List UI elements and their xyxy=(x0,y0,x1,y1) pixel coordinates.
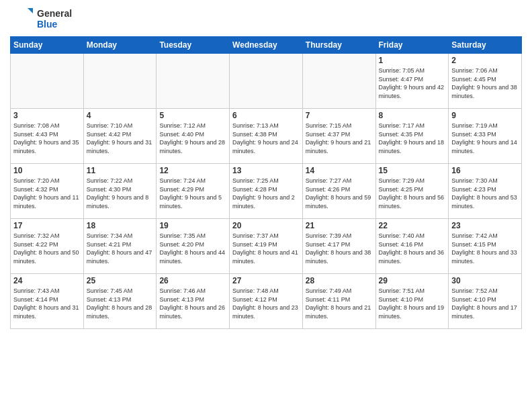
calendar-day-8: 8Sunrise: 7:17 AMSunset: 4:35 PMDaylight… xyxy=(375,109,449,164)
calendar-day-4: 4Sunrise: 7:10 AMSunset: 4:42 PMDaylight… xyxy=(83,109,157,164)
calendar-weekday-friday: Friday xyxy=(375,37,449,54)
day-number: 3 xyxy=(13,111,81,120)
calendar-empty-cell xyxy=(302,54,375,109)
day-number: 6 xyxy=(232,111,300,120)
calendar-day-19: 19Sunrise: 7:35 AMSunset: 4:20 PMDayligh… xyxy=(157,219,230,274)
day-info: Sunrise: 7:30 AMSunset: 4:23 PMDaylight:… xyxy=(451,177,519,210)
day-info: Sunrise: 7:35 AMSunset: 4:20 PMDaylight:… xyxy=(159,232,226,265)
day-number: 13 xyxy=(232,166,300,175)
day-info: Sunrise: 7:42 AMSunset: 4:15 PMDaylight:… xyxy=(451,232,519,265)
header: General Blue xyxy=(10,7,522,31)
calendar-weekday-sunday: Sunday xyxy=(11,37,84,54)
calendar-empty-cell xyxy=(11,54,84,109)
calendar-table: SundayMondayTuesdayWednesdayThursdayFrid… xyxy=(10,36,522,329)
day-number: 19 xyxy=(159,221,226,230)
calendar-empty-cell xyxy=(83,54,157,109)
calendar-day-15: 15Sunrise: 7:29 AMSunset: 4:25 PMDayligh… xyxy=(375,164,449,219)
logo: General Blue xyxy=(10,7,72,31)
day-info: Sunrise: 7:06 AMSunset: 4:45 PMDaylight:… xyxy=(451,66,519,100)
day-number: 27 xyxy=(232,276,300,285)
day-number: 26 xyxy=(159,276,226,285)
day-info: Sunrise: 7:40 AMSunset: 4:16 PMDaylight:… xyxy=(379,232,446,265)
calendar-day-22: 22Sunrise: 7:40 AMSunset: 4:16 PMDayligh… xyxy=(375,219,449,274)
day-info: Sunrise: 7:22 AMSunset: 4:30 PMDaylight:… xyxy=(87,177,154,210)
calendar-day-7: 7Sunrise: 7:15 AMSunset: 4:37 PMDaylight… xyxy=(302,109,375,164)
day-number: 11 xyxy=(87,166,154,175)
calendar-day-12: 12Sunrise: 7:24 AMSunset: 4:29 PMDayligh… xyxy=(157,164,230,219)
calendar-day-24: 24Sunrise: 7:43 AMSunset: 4:14 PMDayligh… xyxy=(11,274,84,329)
calendar-day-1: 1Sunrise: 7:05 AMSunset: 4:47 PMDaylight… xyxy=(375,54,449,109)
day-info: Sunrise: 7:10 AMSunset: 4:42 PMDaylight:… xyxy=(87,122,154,155)
calendar-weekday-monday: Monday xyxy=(83,37,157,54)
day-info: Sunrise: 7:29 AMSunset: 4:25 PMDaylight:… xyxy=(379,177,446,210)
svg-marker-0 xyxy=(28,8,33,13)
day-info: Sunrise: 7:27 AMSunset: 4:26 PMDaylight:… xyxy=(306,177,373,210)
day-info: Sunrise: 7:15 AMSunset: 4:37 PMDaylight:… xyxy=(306,122,373,155)
calendar-day-13: 13Sunrise: 7:25 AMSunset: 4:28 PMDayligh… xyxy=(230,164,303,219)
day-info: Sunrise: 7:43 AMSunset: 4:14 PMDaylight:… xyxy=(13,287,81,320)
day-number: 18 xyxy=(87,221,154,230)
calendar-week-3: 10Sunrise: 7:20 AMSunset: 4:32 PMDayligh… xyxy=(11,164,522,219)
day-info: Sunrise: 7:13 AMSunset: 4:38 PMDaylight:… xyxy=(232,122,300,155)
calendar-weekday-saturday: Saturday xyxy=(449,37,522,54)
calendar-empty-cell xyxy=(157,54,230,109)
calendar-day-27: 27Sunrise: 7:48 AMSunset: 4:12 PMDayligh… xyxy=(230,274,303,329)
logo-icon xyxy=(10,7,34,31)
calendar-day-17: 17Sunrise: 7:32 AMSunset: 4:22 PMDayligh… xyxy=(11,219,84,274)
day-number: 23 xyxy=(451,221,519,230)
day-number: 16 xyxy=(451,166,519,175)
logo-general: General xyxy=(37,8,72,19)
day-info: Sunrise: 7:45 AMSunset: 4:13 PMDaylight:… xyxy=(87,287,154,320)
day-number: 12 xyxy=(159,166,226,175)
day-info: Sunrise: 7:20 AMSunset: 4:32 PMDaylight:… xyxy=(13,177,81,210)
day-info: Sunrise: 7:52 AMSunset: 4:10 PMDaylight:… xyxy=(451,287,519,320)
day-info: Sunrise: 7:05 AMSunset: 4:47 PMDaylight:… xyxy=(379,66,446,100)
day-info: Sunrise: 7:19 AMSunset: 4:33 PMDaylight:… xyxy=(451,122,519,155)
calendar-day-6: 6Sunrise: 7:13 AMSunset: 4:38 PMDaylight… xyxy=(230,109,303,164)
day-number: 1 xyxy=(379,56,446,65)
logo-blue: Blue xyxy=(37,19,72,30)
calendar-day-25: 25Sunrise: 7:45 AMSunset: 4:13 PMDayligh… xyxy=(83,274,157,329)
calendar-day-29: 29Sunrise: 7:51 AMSunset: 4:10 PMDayligh… xyxy=(375,274,449,329)
day-info: Sunrise: 7:46 AMSunset: 4:13 PMDaylight:… xyxy=(159,287,226,320)
calendar-day-30: 30Sunrise: 7:52 AMSunset: 4:10 PMDayligh… xyxy=(449,274,522,329)
calendar-week-5: 24Sunrise: 7:43 AMSunset: 4:14 PMDayligh… xyxy=(11,274,522,329)
day-number: 10 xyxy=(13,166,81,175)
day-info: Sunrise: 7:48 AMSunset: 4:12 PMDaylight:… xyxy=(232,287,300,320)
calendar-day-3: 3Sunrise: 7:08 AMSunset: 4:43 PMDaylight… xyxy=(11,109,84,164)
calendar-day-9: 9Sunrise: 7:19 AMSunset: 4:33 PMDaylight… xyxy=(449,109,522,164)
calendar-day-2: 2Sunrise: 7:06 AMSunset: 4:45 PMDaylight… xyxy=(449,54,522,109)
day-number: 8 xyxy=(379,111,446,120)
day-number: 20 xyxy=(232,221,300,230)
calendar-day-21: 21Sunrise: 7:39 AMSunset: 4:17 PMDayligh… xyxy=(302,219,375,274)
day-number: 25 xyxy=(87,276,154,285)
calendar-day-16: 16Sunrise: 7:30 AMSunset: 4:23 PMDayligh… xyxy=(449,164,522,219)
calendar-week-2: 3Sunrise: 7:08 AMSunset: 4:43 PMDaylight… xyxy=(11,109,522,164)
day-info: Sunrise: 7:34 AMSunset: 4:21 PMDaylight:… xyxy=(87,232,154,265)
calendar-week-1: 1Sunrise: 7:05 AMSunset: 4:47 PMDaylight… xyxy=(11,54,522,109)
calendar-day-18: 18Sunrise: 7:34 AMSunset: 4:21 PMDayligh… xyxy=(83,219,157,274)
page: General Blue SundayMondayTuesdayWednesda… xyxy=(0,0,532,411)
day-number: 17 xyxy=(13,221,81,230)
day-number: 7 xyxy=(306,111,373,120)
day-number: 29 xyxy=(379,276,446,285)
calendar-day-20: 20Sunrise: 7:37 AMSunset: 4:19 PMDayligh… xyxy=(230,219,303,274)
calendar-weekday-wednesday: Wednesday xyxy=(230,37,303,54)
day-number: 14 xyxy=(306,166,373,175)
day-number: 4 xyxy=(87,111,154,120)
day-number: 30 xyxy=(451,276,519,285)
day-info: Sunrise: 7:08 AMSunset: 4:43 PMDaylight:… xyxy=(13,122,81,155)
calendar-week-4: 17Sunrise: 7:32 AMSunset: 4:22 PMDayligh… xyxy=(11,219,522,274)
day-number: 28 xyxy=(306,276,373,285)
day-number: 15 xyxy=(379,166,446,175)
calendar-day-14: 14Sunrise: 7:27 AMSunset: 4:26 PMDayligh… xyxy=(302,164,375,219)
day-info: Sunrise: 7:24 AMSunset: 4:29 PMDaylight:… xyxy=(159,177,226,210)
calendar-day-10: 10Sunrise: 7:20 AMSunset: 4:32 PMDayligh… xyxy=(11,164,84,219)
day-number: 24 xyxy=(13,276,81,285)
day-info: Sunrise: 7:49 AMSunset: 4:11 PMDaylight:… xyxy=(306,287,373,320)
calendar-day-28: 28Sunrise: 7:49 AMSunset: 4:11 PMDayligh… xyxy=(302,274,375,329)
calendar-weekday-tuesday: Tuesday xyxy=(157,37,230,54)
calendar-header-row: SundayMondayTuesdayWednesdayThursdayFrid… xyxy=(11,37,522,54)
day-info: Sunrise: 7:32 AMSunset: 4:22 PMDaylight:… xyxy=(13,232,81,265)
day-info: Sunrise: 7:25 AMSunset: 4:28 PMDaylight:… xyxy=(232,177,300,210)
